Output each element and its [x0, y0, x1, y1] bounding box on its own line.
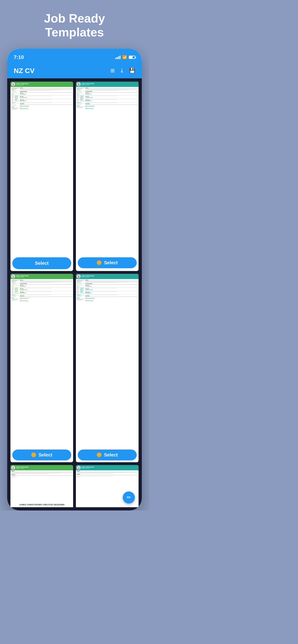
header-actions: ⊞ ⤓ 💾 [111, 68, 135, 74]
status-time: 7:10 [14, 54, 24, 60]
svg-rect-11 [13, 276, 14, 277]
select-button-4[interactable]: Select [78, 450, 137, 460]
template-card-1: JAMES CHRISTOPHER CREATIVE DESIGNER Date… [11, 82, 73, 271]
avatar-4 [77, 274, 81, 278]
svg-rect-7 [79, 84, 79, 85]
svg-rect-23 [79, 468, 79, 468]
app-header: NZ CV ⊞ ⤓ 💾 [7, 65, 142, 78]
save-icon[interactable]: 💾 [129, 68, 135, 74]
bottom-template-6-role: CREATIVE DESIGNER [82, 468, 94, 469]
svg-rect-19 [13, 468, 14, 468]
status-icons: 📶 [115, 55, 135, 59]
template-card-4: JAMES CHRISTOPHER CREATIVE DESIGNER Date… [76, 274, 139, 462]
avatar-3 [11, 274, 15, 278]
edit-icon: ✏ [127, 494, 131, 500]
hero-title: Job Ready Templates [35, 0, 114, 49]
download-icon[interactable]: ⤓ [120, 68, 124, 74]
template-preview-2: JAMES CHRISTOPHER CREATIVE DESIGNER Date… [76, 82, 139, 256]
bottom-template-5-name: JAMES CHRISTOPHER [16, 466, 29, 468]
battery-icon [129, 56, 135, 59]
bottom-template-5-role: CREATIVE DESIGNER [16, 468, 29, 469]
svg-rect-15 [79, 276, 79, 277]
template-card-3: JAMES CHRISTOPHER CREATIVE DESIGNER Date… [11, 274, 73, 462]
template-preview-1: JAMES CHRISTOPHER CREATIVE DESIGNER Date… [11, 82, 73, 256]
select-button-3[interactable]: Select [12, 450, 71, 460]
bottom-templates: JAMES CHRISTOPHER CREATIVE DESIGNER PROF… [11, 465, 139, 507]
template-grid: JAMES CHRISTOPHER CREATIVE DESIGNER Date… [11, 82, 139, 462]
select-button-1[interactable]: Select [12, 257, 71, 269]
app-title: NZ CV [14, 67, 35, 75]
premium-icon-3 [31, 452, 36, 457]
phone-frame: 7:10 📶 NZ CV ⊞ ⤓ 💾 [7, 49, 142, 510]
template-preview-3: JAMES CHRISTOPHER CREATIVE DESIGNER Date… [11, 274, 73, 448]
bottom-template-6-name: JAMES CHRISTOPHER [82, 466, 94, 468]
select-button-2[interactable]: Select [78, 257, 137, 268]
avatar-2 [77, 82, 81, 86]
premium-icon-4 [97, 452, 101, 457]
svg-rect-3 [13, 84, 14, 85]
template-card-6: JAMES CHRISTOPHER CREATIVE DESIGNER Prof… [76, 465, 139, 507]
template-card-5: JAMES CHRISTOPHER CREATIVE DESIGNER PROF… [11, 465, 73, 507]
template-preview-4: JAMES CHRISTOPHER CREATIVE DESIGNER Date… [76, 274, 139, 448]
bottom-label-5: JAMES CHRISTOPHER CREATIVE DESIGNER [11, 503, 72, 506]
template-card-2: JAMES CHRISTOPHER CREATIVE DESIGNER Date… [76, 82, 139, 271]
premium-icon [97, 260, 101, 265]
avatar-1 [11, 82, 15, 86]
wifi-icon: 📶 [122, 55, 127, 59]
template-list: JAMES CHRISTOPHER CREATIVE DESIGNER Date… [7, 78, 142, 510]
signal-icon [115, 56, 120, 59]
layout-icon[interactable]: ⊞ [111, 68, 115, 74]
status-bar: 7:10 📶 [7, 49, 142, 65]
fab-edit-button[interactable]: ✏ [123, 492, 135, 504]
